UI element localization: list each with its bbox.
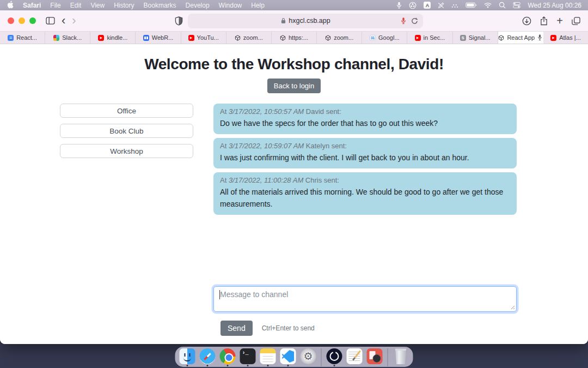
obs-icon[interactable] — [409, 2, 416, 9]
signal-favicon: S — [460, 35, 466, 41]
dock — [175, 347, 413, 367]
textedit-icon — [347, 348, 363, 364]
page-content: Welcome to the Workshop channel, David! … — [0, 56, 588, 344]
browser-tab[interactable]: React App — [498, 32, 543, 44]
menu-bar-left: SafariFileEditViewHistoryBookmarksDevelo… — [7, 1, 265, 10]
message-list: At 3/17/2022, 10:50:57 AM David sent:Do … — [213, 104, 517, 286]
browser-tab[interactable]: SSignal... — [453, 32, 498, 44]
message-input[interactable] — [213, 286, 517, 312]
input-source-icon[interactable]: A — [424, 2, 431, 9]
book-favicon — [143, 35, 149, 41]
dock-item-safari[interactable] — [199, 348, 216, 366]
running-indicator — [207, 365, 209, 366]
menu-view[interactable]: View — [90, 2, 105, 9]
dock-item-terminal[interactable] — [240, 348, 256, 366]
dock-item-chrome[interactable] — [219, 348, 236, 366]
search-icon[interactable] — [499, 2, 506, 9]
channel-button-workshop[interactable]: Workshop — [60, 144, 193, 158]
new-tab-icon[interactable]: + — [556, 17, 563, 25]
tab-label: Signal... — [469, 34, 491, 41]
menu-bar: SafariFileEditViewHistoryBookmarksDevelo… — [0, 0, 588, 10]
menu-develop[interactable]: Develop — [186, 2, 210, 9]
running-indicator — [227, 365, 229, 366]
send-button[interactable]: Send — [220, 321, 253, 336]
microphone-icon[interactable] — [396, 1, 402, 9]
trash-icon — [394, 348, 407, 364]
dock-item-photo-booth[interactable] — [366, 348, 383, 366]
dock-separator — [388, 348, 388, 366]
zoom-window-button[interactable] — [29, 17, 36, 24]
back-icon[interactable]: ‹ — [62, 17, 65, 25]
codesandbox-favicon — [325, 35, 331, 41]
apple-icon[interactable] — [7, 1, 14, 10]
battery-icon[interactable] — [465, 2, 477, 8]
safari-window: ‹ › hxgcl.csb.app + ≡React — [0, 10, 588, 344]
youtube-favicon: ▶ — [98, 35, 104, 41]
dock-item-finder[interactable] — [179, 348, 196, 366]
tab-label: WebR... — [152, 34, 174, 41]
document-favicon: ≡ — [8, 35, 14, 41]
menu-help[interactable]: Help — [251, 2, 265, 9]
chrome-icon — [220, 348, 236, 364]
pencil-slash-icon[interactable] — [438, 2, 444, 9]
browser-tab[interactable]: ▶kindle... — [90, 32, 136, 44]
tab-label: Slack... — [62, 34, 82, 41]
menu-history[interactable]: History — [114, 2, 134, 9]
text-caret — [219, 290, 220, 299]
message-bubble: At 3/17/2022, 11:00:28 AM Chris sent:All… — [213, 172, 517, 215]
menu-file[interactable]: File — [50, 2, 60, 9]
channel-button-office[interactable]: Office — [60, 104, 193, 118]
browser-tab[interactable]: ▶in Sec... — [407, 32, 452, 44]
dock-item-system-settings[interactable] — [300, 348, 317, 366]
downloads-icon[interactable] — [522, 16, 531, 26]
address-bar[interactable]: hxgcl.csb.app — [188, 14, 423, 28]
browser-tab[interactable]: ≡React... — [0, 32, 45, 44]
message-meta: At 3/17/2022, 11:00:28 AM Chris sent: — [220, 176, 510, 184]
browser-tab[interactable]: Slack... — [45, 32, 90, 44]
url-text: hxgcl.csb.app — [289, 17, 330, 25]
forward-icon[interactable]: › — [72, 17, 76, 25]
browser-tab[interactable]: zoom... — [226, 32, 272, 44]
dock-item-obs[interactable] — [326, 348, 343, 366]
window-controls — [8, 17, 36, 24]
send-hint: Ctrl+Enter to send — [262, 324, 315, 332]
menu-edit[interactable]: Edit — [70, 2, 82, 9]
slack-favicon — [53, 35, 59, 41]
message-text: All of the materials arrived this mornin… — [220, 186, 510, 210]
dots-icon[interactable] — [451, 3, 458, 8]
microphone-icon[interactable] — [401, 17, 406, 25]
browser-tab[interactable]: https:... — [272, 32, 317, 44]
wifi-icon[interactable] — [484, 2, 492, 8]
share-icon[interactable] — [540, 16, 548, 26]
browser-tab[interactable]: 31Googl... — [362, 32, 407, 44]
shield-icon[interactable] — [175, 16, 183, 26]
browser-tab[interactable]: WebR... — [136, 32, 181, 44]
menu-bookmarks[interactable]: Bookmarks — [144, 2, 176, 9]
message-text: Do we have the specs for the order that … — [220, 117, 510, 129]
running-indicator — [267, 365, 269, 366]
minimize-window-button[interactable] — [19, 17, 25, 24]
menu-window[interactable]: Window — [219, 2, 242, 9]
menu-safari[interactable]: Safari — [23, 2, 41, 9]
dock-item-textedit[interactable] — [346, 348, 363, 366]
dock-item-vscode[interactable] — [280, 348, 297, 366]
browser-tab[interactable]: zoom... — [317, 32, 362, 44]
reload-icon[interactable] — [411, 17, 418, 25]
sidebar-icon[interactable] — [46, 17, 55, 25]
menubar-clock[interactable]: Wed 25 Aug 00:26 — [528, 2, 581, 9]
tab-audio-icon[interactable] — [537, 34, 542, 42]
control-center-icon[interactable] — [513, 2, 520, 9]
browser-tab[interactable]: ▶Atlas |... — [543, 32, 588, 44]
tab-label: zoom... — [243, 34, 263, 41]
browser-tab[interactable]: ▶YouTu... — [181, 32, 226, 44]
dock-item-notes[interactable] — [260, 348, 277, 366]
back-to-login-button[interactable]: Back to login — [267, 79, 321, 93]
channel-button-book-club[interactable]: Book Club — [60, 124, 193, 138]
safari-icon — [200, 348, 216, 364]
tab-overview-icon[interactable] — [572, 17, 580, 25]
dock-item-trash[interactable] — [393, 348, 409, 366]
tab-label: YouTu... — [197, 34, 219, 41]
close-window-button[interactable] — [8, 17, 14, 24]
terminal-icon — [240, 348, 256, 364]
tab-label: in Sec... — [424, 34, 445, 41]
